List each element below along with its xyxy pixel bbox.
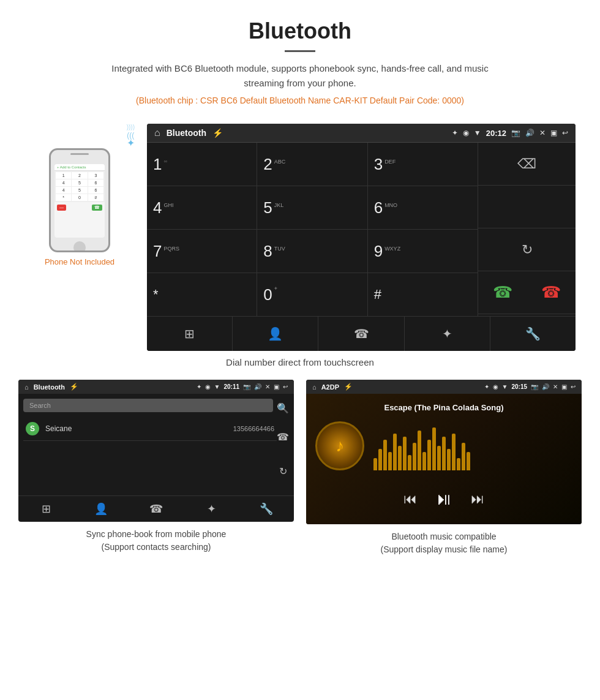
music-header-right: ✦ ◉ ▼ 20:15 📷 🔊 ✕ ▣ ↩ [484,383,576,390]
eq-bar-11 [422,452,426,470]
bottom-screenshots: ⌂ Bluetooth ⚡ ✦ ◉ ▼ 20:11 📷 🔊 ✕ ▣ ↩ [0,380,600,556]
screen-icon[interactable]: ▣ [550,129,557,137]
music-caption: Bluetooth music compatible (Support disp… [381,530,508,556]
page-header: Bluetooth Integrated with BC6 Bluetooth … [0,0,600,124]
music-usb-icon: ⚡ [344,383,353,391]
pb-close-icon[interactable]: ✕ [265,383,270,390]
dial-settings-btn[interactable]: 🔧 [490,317,576,351]
music-back-icon[interactable]: ↩ [571,383,576,390]
pb-call-icon[interactable]: ☎ [277,426,289,448]
phone-not-included-label: Phone Not Included [45,257,114,266]
pb-gps-icon: ◉ [205,383,211,390]
dialpad-left: 1∞ 2ABC 3DEF 4GHI 5JKL [147,143,478,316]
dial-key-4[interactable]: 4GHI [147,186,257,229]
music-song-title: Escape (The Pina Colada Song) [384,403,503,412]
call-keys-row: ☎ ☎ [478,271,576,314]
dial-key-2[interactable]: 2ABC [257,143,367,186]
pb-contact-row[interactable]: S Seicane 13566664466 [23,417,277,441]
title-divider [285,50,315,52]
pb-contacts-btn[interactable]: 👤 [73,502,129,516]
pb-grid-btn[interactable]: ⊞ [18,502,73,516]
pb-header: ⌂ Bluetooth ⚡ ✦ ◉ ▼ 20:11 📷 🔊 ✕ ▣ ↩ [18,380,294,394]
dial-key-3[interactable]: 3DEF [368,143,478,186]
music-play-pause-btn[interactable]: ⏯ [435,489,452,509]
dial-bt-btn[interactable]: ✦ [405,317,490,351]
pb-bottom-bar: ⊞ 👤 ☎ ✦ 🔧 [18,495,294,522]
backspace-key[interactable]: ⌫ [478,143,576,186]
pb-bt-btn[interactable]: ✦ [184,502,239,516]
phone-key-2: 2 [72,172,87,179]
pb-home-icon[interactable]: ⌂ [24,383,29,391]
phone-key-8: 5 [72,187,87,194]
eq-bar-10 [418,431,421,470]
phone-key-9: 6 [88,187,103,194]
eq-bar-20 [467,452,470,470]
pb-search-icon[interactable]: 🔍 [277,399,289,417]
signal-waves-icon: )))) ((( ✦ [127,124,135,149]
eq-bar-16 [447,449,451,470]
dialpad-right: ⌫ ↻ ☎ ☎ [478,143,576,316]
car-home-icon[interactable]: ⌂ [154,127,160,138]
car-header-right: ✦ ◉ ▼ 20:12 📷 🔊 ✕ ▣ ↩ [452,129,568,138]
dial-section: )))) ((( ✦ + Add to Contacts 1 2 3 4 5 [0,124,600,351]
dial-key-1[interactable]: 1∞ [147,143,257,186]
music-time: 20:15 [511,383,527,390]
eq-bar-19 [462,443,465,470]
phone-key-5: 5 [72,179,87,186]
phone-wrapper: )))) ((( ✦ + Add to Contacts 1 2 3 4 5 [43,148,116,252]
empty-key-1 [478,186,576,228]
dial-key-hash[interactable]: # [368,273,478,316]
music-album-art: ♪ [315,421,364,470]
dial-key-7[interactable]: 7PQRS [147,230,257,273]
dial-phone-btn[interactable]: ☎ [318,317,404,351]
pb-title: Bluetooth [34,383,65,391]
close-icon[interactable]: ✕ [539,129,546,137]
car-header-left: ⌂ Bluetooth ⚡ [154,127,223,138]
pb-refresh-icon[interactable]: ↻ [279,461,287,482]
dial-key-star[interactable]: * [147,273,257,316]
red-call-key[interactable]: ☎ [541,283,561,302]
pb-header-left: ⌂ Bluetooth ⚡ [24,383,78,391]
dial-grid-btn[interactable]: ⊞ [147,317,233,351]
dialpad-row-2: 4GHI 5JKL 6MNO [147,186,478,230]
bt-status-icon: ✦ [452,129,458,137]
eq-bar-17 [452,434,456,470]
pb-phone-btn[interactable]: ☎ [129,502,184,516]
dial-key-9[interactable]: 9WXYZ [368,230,478,273]
dialpad-row-3: 7PQRS 8TUV 9WXYZ [147,230,478,273]
pb-right-icons: ☎ ↻ [277,417,289,491]
eq-bar-13 [432,427,436,470]
dial-key-8[interactable]: 8TUV [257,230,367,273]
phone-screen-header: + Add to Contacts [54,164,105,171]
dialpad-container: 1∞ 2ABC 3DEF 4GHI 5JKL [147,143,576,316]
car-bottom-toolbar: ⊞ 👤 ☎ ✦ 🔧 [147,316,576,351]
music-home-icon[interactable]: ⌂ [312,383,317,391]
dial-key-5[interactable]: 5JKL [257,186,367,229]
dial-key-0[interactable]: 0+ [257,273,367,316]
music-controls: ⏮ ⏯ ⏭ [403,483,484,515]
eq-bar-9 [413,443,416,470]
phone-keypad: 1 2 3 4 5 6 4 5 6 * 0 # [54,171,105,202]
add-contacts-label: + Add to Contacts [57,165,86,169]
music-screen-icon[interactable]: ▣ [561,383,567,390]
pb-back-icon[interactable]: ↩ [283,383,288,390]
dialpad-row-4: * 0+ # [147,273,478,316]
phone-key-1: 1 [56,172,71,179]
pb-settings-btn[interactable]: 🔧 [239,502,294,516]
eq-bar-12 [427,440,431,470]
music-close-icon[interactable]: ✕ [553,383,558,390]
green-call-key[interactable]: ☎ [493,283,512,302]
pb-search-field[interactable]: Search [23,399,273,412]
refresh-key[interactable]: ↻ [478,228,576,271]
music-gps-icon: ◉ [493,383,498,390]
gps-icon: ◉ [463,129,469,137]
back-icon[interactable]: ↩ [562,129,568,137]
dial-key-6[interactable]: 6MNO [368,186,478,229]
music-prev-btn[interactable]: ⏮ [403,491,417,507]
music-next-btn[interactable]: ⏭ [471,491,484,507]
music-bt-icon: ✦ [484,383,489,390]
dial-contacts-btn[interactable]: 👤 [233,317,318,351]
subtitle-text: Integrated with BC6 Bluetooth module, su… [110,61,490,91]
pb-screen-icon[interactable]: ▣ [274,383,279,390]
music-volume-icon: 🔊 [542,383,549,390]
